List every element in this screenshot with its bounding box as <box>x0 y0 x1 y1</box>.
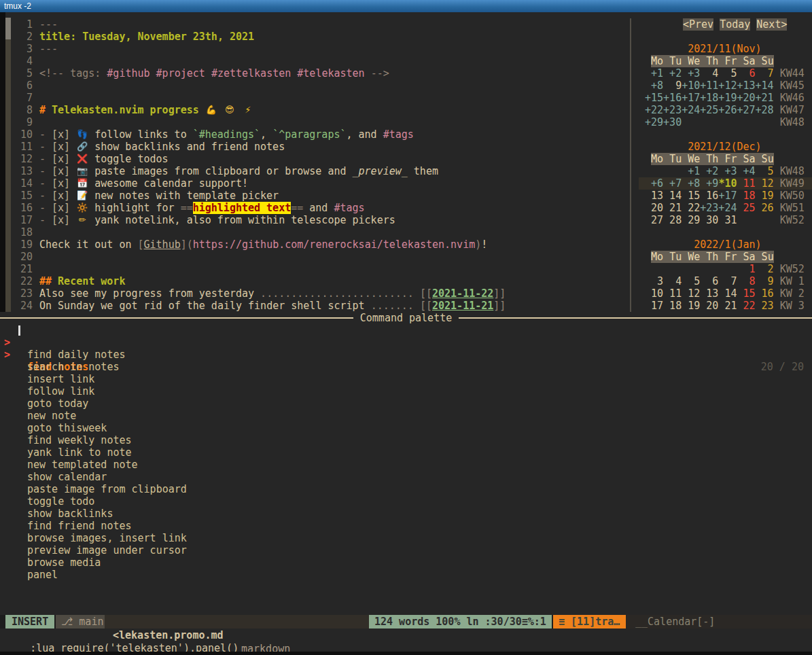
seg-note[interactable]: +10+11+12+13+14 <box>682 79 773 92</box>
line-content: ## Recent work <box>39 275 125 287</box>
line-number: 21 <box>0 263 33 275</box>
palette-item[interactable]: show backlinks <box>0 508 812 520</box>
seg-sat[interactable]: 25 <box>737 202 755 214</box>
palette-item[interactable]: new note <box>0 410 812 422</box>
pad <box>639 43 688 55</box>
palette-item[interactable]: show calendar <box>0 471 812 483</box>
palette-item[interactable]: find daily notes <box>0 349 812 361</box>
seg-sun[interactable]: 2 <box>756 263 774 275</box>
seg-plain: awesome calendar support! <box>88 177 248 190</box>
palette-item[interactable]: follow link <box>0 385 812 397</box>
palette-item[interactable]: search in notes <box>0 361 812 373</box>
editor-line[interactable]: 10- [x] 👣 follow links to `#headings`, `… <box>0 128 812 141</box>
seg-sun[interactable]: 7 <box>756 67 774 79</box>
file-section: <lekasten.promo.md markdown utf-8[unix] <box>105 615 369 629</box>
day-header-labels: Mo Tu We Th Fr Sa Su <box>651 55 774 67</box>
seg-sun[interactable]: 12 <box>756 177 774 190</box>
seg-day[interactable]: 17 18 19 20 21 <box>645 300 737 312</box>
palette-item-label: preview image under cursor <box>27 544 187 556</box>
palette-prompt[interactable]: > 20 / 20 <box>0 324 812 336</box>
message-line: -- INSERT -- 1,3 All <box>0 642 812 652</box>
seg-day[interactable]: 10 11 12 13 14 <box>645 287 737 300</box>
pad <box>639 153 651 165</box>
seg-plain: show backlinks and friend notes <box>88 141 285 153</box>
seg-sun[interactable]: 23 <box>756 300 774 312</box>
seg-sun[interactable]: 16 <box>756 287 774 300</box>
line-number: 8 <box>0 104 33 116</box>
palette-item[interactable]: goto today <box>0 397 812 410</box>
seg-plain: and <box>303 202 334 214</box>
seg-day[interactable]: 9 <box>663 79 682 92</box>
palette-item[interactable]: browse media <box>0 556 812 569</box>
palette-item[interactable]: browse images, insert link <box>0 532 812 544</box>
seg-note[interactable]: +22+23+24+25+26+27+28 <box>645 104 774 116</box>
palette-item[interactable]: yank link to note <box>0 446 812 459</box>
seg-sat[interactable]: 22 <box>737 300 755 312</box>
editor-line[interactable]: 18 <box>0 226 812 238</box>
palette-item-selected[interactable]: > find notes <box>0 336 812 349</box>
palette-item[interactable]: goto thisweek <box>0 422 812 434</box>
seg-day[interactable]: 27 28 29 30 31 <box>645 214 774 226</box>
command-line[interactable]: :lua require('telekasten').panel() <box>0 630 812 642</box>
seg-dim: --- <box>39 18 58 31</box>
seg-note[interactable]: +8 <box>645 79 663 92</box>
seg-note[interactable]: +1 +2 +3 <box>645 67 700 79</box>
seg-dim: - <box>39 214 52 226</box>
palette-item[interactable]: paste image from clipboard <box>0 483 812 495</box>
seg-day[interactable]: 20 21 22 <box>645 202 700 214</box>
seg-kw: KW52 <box>774 214 805 226</box>
seg-day[interactable] <box>682 116 773 128</box>
zap-emoji-icon: ⚡ <box>242 104 254 116</box>
calendar-statusline: __Calendar[-] <box>626 615 812 629</box>
palette-item[interactable]: insert link <box>0 373 812 385</box>
memo-emoji-icon: 📝 <box>76 190 88 202</box>
calendar-next-button[interactable]: Next> <box>756 18 787 31</box>
week-row-content: 10 11 12 13 14 15 16 KW 2 <box>645 287 805 300</box>
seg-kw: KW44 <box>774 67 805 79</box>
seg-sat[interactable]: 15 <box>737 287 755 300</box>
seg-sat[interactable]: 18 <box>737 190 755 202</box>
line-content: - [x] 📷 paste images from clipboard or b… <box>39 165 438 177</box>
seg-sun[interactable]: 19 <box>756 190 774 202</box>
seg-note[interactable]: +29+30 <box>645 116 682 128</box>
seg-day[interactable]: 13 14 15 16 <box>645 190 718 202</box>
seg-sat[interactable]: 11 <box>737 177 755 190</box>
palette-item[interactable]: find weekly notes <box>0 434 812 446</box>
seg-sun[interactable]: 9 <box>756 275 774 287</box>
seg-day[interactable] <box>645 263 737 275</box>
seg-note[interactable]: +15+16+17+18+19+20+21 <box>645 92 774 104</box>
calendar-week-row: 10 11 12 13 14 15 16 KW 2 <box>639 287 812 300</box>
seg-sat[interactable]: 1 <box>737 263 755 275</box>
palette-item-label: find daily notes <box>27 349 126 361</box>
seg-note[interactable]: +6 +7 +8 +9 <box>645 177 718 190</box>
calendar-prev-button[interactable]: <Prev <box>683 18 713 31</box>
seg-note[interactable]: +17 <box>718 190 737 202</box>
seg-sat[interactable]: 8 <box>737 275 755 287</box>
month-title-label: 2021/12(Dec) <box>688 141 761 153</box>
seg-day[interactable]: 4 5 <box>700 67 737 79</box>
line-content: - [x] 👣 follow links to `#headings`, `^p… <box>39 128 414 141</box>
palette-item[interactable]: find friend notes <box>0 520 812 532</box>
palette-item[interactable]: panel <box>0 569 812 581</box>
calendar-today-button[interactable]: Today <box>720 18 750 31</box>
terminal-titlebar[interactable]: tmux -2 <box>0 0 812 12</box>
seg-tag: #tags <box>334 202 364 214</box>
palette-item[interactable]: toggle todo <box>0 495 812 508</box>
buffer-tabs-section[interactable]: ≡ [11]tra… <box>553 615 626 629</box>
seg-sat[interactable]: 6 <box>737 67 755 79</box>
seg-sun[interactable]: 5 <box>756 165 774 177</box>
seg-note[interactable]: +23+24 <box>700 202 737 214</box>
seg-plain: toggle todos <box>88 153 168 165</box>
palette-item[interactable]: preview image under cursor <box>0 544 812 556</box>
seg-day[interactable]: 3 4 5 6 7 <box>645 275 737 287</box>
seg-note[interactable]: +1 +2 +3 +4 <box>682 165 755 177</box>
seg-today[interactable]: *10 <box>718 177 737 190</box>
seg-day[interactable] <box>645 165 682 177</box>
line-content: Also see my progress from yesterday ....… <box>39 287 506 300</box>
seg-dim: - <box>39 190 52 202</box>
palette-item[interactable]: new templated note <box>0 459 812 471</box>
seg-dim: --> <box>365 67 389 79</box>
editor-line[interactable]: 2title: Tuesday, November 23th, 2021 <box>0 31 812 43</box>
seg-sun[interactable]: 26 <box>756 202 774 214</box>
seg-dim: [[ <box>420 300 432 312</box>
